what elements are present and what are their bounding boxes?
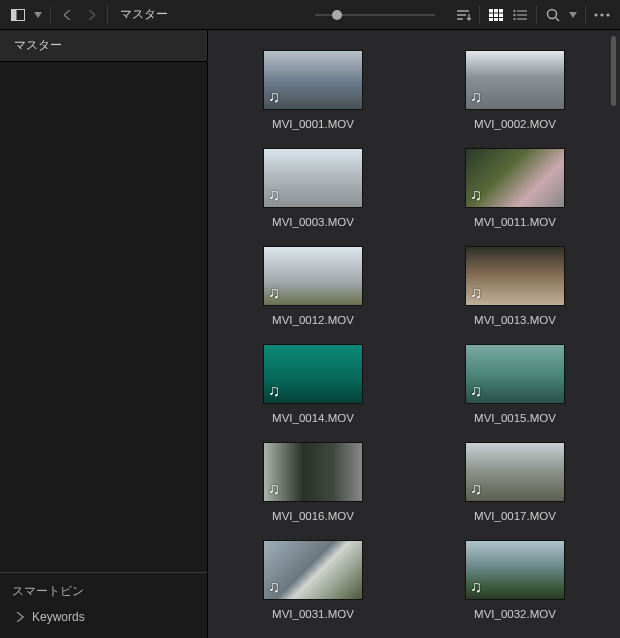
clip-filename: MVI_0014.MOV — [272, 412, 354, 424]
svg-rect-6 — [494, 9, 498, 13]
view-grid-button[interactable] — [484, 3, 508, 27]
svg-rect-12 — [494, 18, 498, 21]
clip-thumbnail[interactable]: ♫ — [263, 148, 363, 208]
svg-line-21 — [556, 17, 560, 21]
clip-filename: MVI_0012.MOV — [272, 314, 354, 326]
media-pool: ♫MVI_0001.MOV♫MVI_0002.MOV♫MVI_0003.MOV♫… — [208, 30, 620, 638]
clip-filename: MVI_0016.MOV — [272, 510, 354, 522]
bin-tab-master[interactable]: マスター — [0, 30, 207, 62]
clip-thumbnail[interactable]: ♫ — [465, 540, 565, 600]
clip-item[interactable]: ♫MVI_0015.MOV — [450, 344, 580, 424]
music-note-icon: ♫ — [268, 186, 280, 204]
view-list-button[interactable] — [508, 3, 532, 27]
music-note-icon: ♫ — [268, 284, 280, 302]
music-note-icon: ♫ — [268, 88, 280, 106]
music-note-icon: ♫ — [268, 480, 280, 498]
breadcrumb[interactable]: マスター — [120, 6, 168, 23]
music-note-icon: ♫ — [470, 284, 482, 302]
clip-filename: MVI_0017.MOV — [474, 510, 556, 522]
separator — [536, 6, 537, 24]
panel-dropdown-button[interactable] — [30, 3, 46, 27]
search-button[interactable] — [541, 3, 565, 27]
clip-thumbnail[interactable]: ♫ — [465, 148, 565, 208]
clip-item[interactable]: ♫MVI_0016.MOV — [248, 442, 378, 522]
separator — [50, 6, 51, 24]
svg-rect-1 — [12, 9, 17, 20]
thumbnail-size-slider[interactable] — [315, 14, 435, 16]
clip-item[interactable]: ♫MVI_0001.MOV — [248, 50, 378, 130]
clip-thumbnail[interactable]: ♫ — [263, 442, 363, 502]
clip-thumbnail[interactable]: ♫ — [465, 50, 565, 110]
nav-back-button[interactable] — [55, 3, 79, 27]
svg-point-14 — [513, 9, 516, 12]
clip-thumbnail[interactable]: ♫ — [465, 344, 565, 404]
music-note-icon: ♫ — [470, 88, 482, 106]
svg-point-22 — [594, 13, 597, 16]
smart-bins-section: スマートビン Keywords — [0, 572, 207, 638]
clip-thumbnail[interactable]: ♫ — [263, 246, 363, 306]
svg-point-24 — [606, 13, 609, 16]
clip-filename: MVI_0001.MOV — [272, 118, 354, 130]
svg-rect-11 — [489, 18, 493, 21]
clip-item[interactable]: ♫MVI_0003.MOV — [248, 148, 378, 228]
clip-filename: MVI_0003.MOV — [272, 216, 354, 228]
music-note-icon: ♫ — [470, 578, 482, 596]
smart-bins-header: スマートビン — [12, 583, 195, 600]
music-note-icon: ♫ — [268, 578, 280, 596]
clip-filename: MVI_0002.MOV — [474, 118, 556, 130]
svg-rect-9 — [494, 13, 498, 17]
svg-point-20 — [548, 9, 557, 18]
main: マスター スマートビン Keywords ♫MVI_0001.MOV♫MVI_0… — [0, 30, 620, 638]
clip-thumbnail[interactable]: ♫ — [465, 442, 565, 502]
smart-bin-label: Keywords — [32, 610, 85, 624]
scrollbar-thumb[interactable] — [611, 36, 616, 106]
clip-filename: MVI_0011.MOV — [474, 216, 556, 228]
sidebar: マスター スマートビン Keywords — [0, 30, 208, 638]
svg-rect-8 — [489, 13, 493, 17]
clip-thumbnail[interactable]: ♫ — [263, 540, 363, 600]
svg-rect-7 — [499, 9, 503, 13]
separator — [479, 6, 480, 24]
sort-button[interactable] — [451, 3, 475, 27]
clip-item[interactable]: ♫MVI_0014.MOV — [248, 344, 378, 424]
clip-filename: MVI_0015.MOV — [474, 412, 556, 424]
separator — [107, 6, 108, 24]
clip-item[interactable]: ♫MVI_0012.MOV — [248, 246, 378, 326]
music-note-icon: ♫ — [268, 382, 280, 400]
panel-toggle-button[interactable] — [6, 3, 30, 27]
clip-item[interactable]: ♫MVI_0032.MOV — [450, 540, 580, 620]
svg-point-23 — [600, 13, 603, 16]
svg-rect-13 — [499, 18, 503, 21]
chevron-right-icon — [16, 612, 24, 622]
separator — [585, 6, 586, 24]
svg-rect-5 — [489, 9, 493, 13]
clip-thumbnail[interactable]: ♫ — [465, 246, 565, 306]
clip-filename: MVI_0031.MOV — [272, 608, 354, 620]
svg-rect-10 — [499, 13, 503, 17]
clip-item[interactable]: ♫MVI_0011.MOV — [450, 148, 580, 228]
smart-bin-item[interactable]: Keywords — [12, 610, 195, 624]
clip-item[interactable]: ♫MVI_0017.MOV — [450, 442, 580, 522]
clip-item[interactable]: ♫MVI_0002.MOV — [450, 50, 580, 130]
svg-point-18 — [513, 17, 516, 20]
clip-item[interactable]: ♫MVI_0013.MOV — [450, 246, 580, 326]
svg-point-16 — [513, 13, 516, 16]
clip-filename: MVI_0013.MOV — [474, 314, 556, 326]
music-note-icon: ♫ — [470, 382, 482, 400]
more-options-button[interactable] — [590, 3, 614, 27]
search-dropdown-button[interactable] — [565, 3, 581, 27]
music-note-icon: ♫ — [470, 186, 482, 204]
toolbar: マスター — [0, 0, 620, 30]
clip-thumbnail[interactable]: ♫ — [263, 50, 363, 110]
nav-forward-button[interactable] — [79, 3, 103, 27]
clip-thumbnail[interactable]: ♫ — [263, 344, 363, 404]
clip-filename: MVI_0032.MOV — [474, 608, 556, 620]
clip-item[interactable]: ♫MVI_0031.MOV — [248, 540, 378, 620]
music-note-icon: ♫ — [470, 480, 482, 498]
